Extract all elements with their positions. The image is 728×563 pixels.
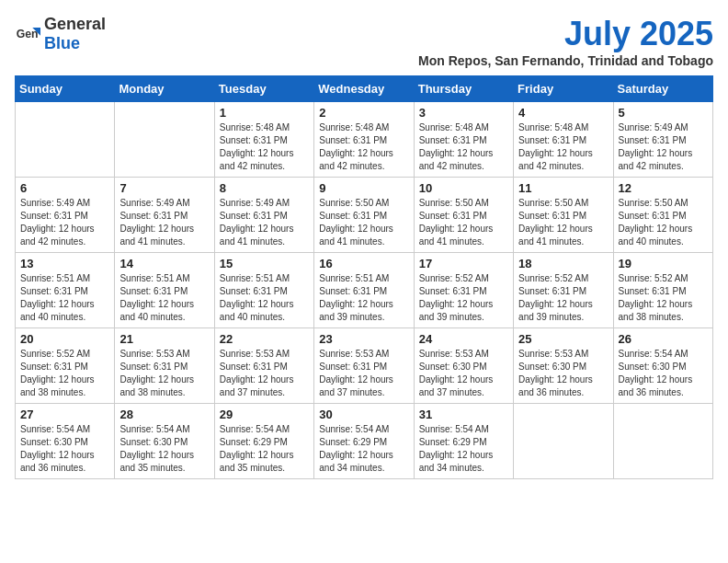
day-info: Sunrise: 5:53 AM Sunset: 6:30 PM Dayligh…	[419, 348, 508, 399]
day-number: 3	[419, 106, 508, 120]
calendar-cell: 5Sunrise: 5:49 AM Sunset: 6:31 PM Daylig…	[613, 102, 712, 178]
day-info: Sunrise: 5:49 AM Sunset: 6:31 PM Dayligh…	[619, 121, 708, 173]
calendar-cell: 19Sunrise: 5:52 AM Sunset: 6:31 PM Dayli…	[613, 253, 712, 328]
weekday-header-wednesday: Wednesday	[314, 76, 414, 102]
calendar-cell: 9Sunrise: 5:50 AM Sunset: 6:31 PM Daylig…	[314, 178, 414, 253]
day-number: 20	[20, 332, 109, 346]
calendar-table: SundayMondayTuesdayWednesdayThursdayFrid…	[15, 75, 713, 479]
calendar-cell: 29Sunrise: 5:54 AM Sunset: 6:29 PM Dayli…	[214, 404, 313, 479]
calendar-cell	[115, 102, 214, 178]
calendar-week-row: 13Sunrise: 5:51 AM Sunset: 6:31 PM Dayli…	[16, 253, 713, 328]
day-number: 9	[319, 181, 408, 195]
day-number: 11	[518, 181, 608, 195]
day-number: 4	[518, 106, 608, 120]
calendar-cell: 7Sunrise: 5:49 AM Sunset: 6:31 PM Daylig…	[115, 178, 214, 253]
day-info: Sunrise: 5:54 AM Sunset: 6:29 PM Dayligh…	[220, 423, 309, 475]
day-number: 24	[419, 332, 508, 346]
day-info: Sunrise: 5:51 AM Sunset: 6:31 PM Dayligh…	[319, 272, 408, 324]
logo-icon: Gen	[15, 21, 40, 47]
day-info: Sunrise: 5:50 AM Sunset: 6:31 PM Dayligh…	[619, 197, 708, 248]
calendar-week-row: 1Sunrise: 5:48 AM Sunset: 6:31 PM Daylig…	[16, 102, 713, 178]
logo-blue-text: Blue	[44, 34, 80, 52]
day-number: 12	[619, 181, 708, 195]
day-info: Sunrise: 5:52 AM Sunset: 6:31 PM Dayligh…	[518, 272, 608, 324]
calendar-cell: 21Sunrise: 5:53 AM Sunset: 6:31 PM Dayli…	[115, 328, 214, 404]
day-number: 27	[20, 408, 109, 421]
calendar-cell: 26Sunrise: 5:54 AM Sunset: 6:30 PM Dayli…	[613, 328, 712, 404]
day-number: 31	[419, 408, 508, 421]
calendar-cell: 23Sunrise: 5:53 AM Sunset: 6:31 PM Dayli…	[314, 328, 414, 404]
calendar-cell: 27Sunrise: 5:54 AM Sunset: 6:30 PM Dayli…	[16, 404, 115, 479]
day-info: Sunrise: 5:53 AM Sunset: 6:31 PM Dayligh…	[119, 348, 209, 399]
calendar-cell: 6Sunrise: 5:49 AM Sunset: 6:31 PM Daylig…	[16, 178, 115, 253]
calendar-cell: 13Sunrise: 5:51 AM Sunset: 6:31 PM Dayli…	[16, 253, 115, 328]
day-info: Sunrise: 5:48 AM Sunset: 6:31 PM Dayligh…	[518, 121, 608, 173]
day-info: Sunrise: 5:48 AM Sunset: 6:31 PM Dayligh…	[319, 121, 408, 173]
calendar-cell: 8Sunrise: 5:49 AM Sunset: 6:31 PM Daylig…	[214, 178, 313, 253]
day-number: 21	[119, 332, 209, 346]
calendar-title: July 2025	[418, 15, 713, 53]
calendar-cell: 3Sunrise: 5:48 AM Sunset: 6:31 PM Daylig…	[414, 102, 513, 178]
calendar-cell	[16, 102, 115, 178]
day-number: 18	[518, 257, 608, 270]
day-number: 25	[518, 332, 608, 346]
calendar-subtitle: Mon Repos, San Fernando, Trinidad and To…	[418, 53, 713, 68]
calendar-cell: 14Sunrise: 5:51 AM Sunset: 6:31 PM Dayli…	[115, 253, 214, 328]
weekday-header-monday: Monday	[115, 76, 214, 102]
logo: Gen General Blue	[15, 15, 106, 53]
calendar-cell: 2Sunrise: 5:48 AM Sunset: 6:31 PM Daylig…	[314, 102, 414, 178]
day-info: Sunrise: 5:48 AM Sunset: 6:31 PM Dayligh…	[419, 121, 508, 173]
weekday-header-saturday: Saturday	[613, 76, 712, 102]
day-number: 29	[220, 408, 309, 421]
weekday-header-sunday: Sunday	[16, 76, 115, 102]
day-info: Sunrise: 5:53 AM Sunset: 6:31 PM Dayligh…	[319, 348, 408, 399]
calendar-week-row: 6Sunrise: 5:49 AM Sunset: 6:31 PM Daylig…	[16, 178, 713, 253]
weekday-header-friday: Friday	[514, 76, 613, 102]
calendar-cell: 20Sunrise: 5:52 AM Sunset: 6:31 PM Dayli…	[16, 328, 115, 404]
day-info: Sunrise: 5:49 AM Sunset: 6:31 PM Dayligh…	[220, 197, 309, 248]
day-number: 13	[20, 257, 109, 270]
day-number: 30	[319, 408, 408, 421]
day-number: 1	[220, 106, 309, 120]
calendar-cell: 31Sunrise: 5:54 AM Sunset: 6:29 PM Dayli…	[414, 404, 513, 479]
day-info: Sunrise: 5:48 AM Sunset: 6:31 PM Dayligh…	[220, 121, 309, 173]
calendar-cell: 24Sunrise: 5:53 AM Sunset: 6:30 PM Dayli…	[414, 328, 513, 404]
day-info: Sunrise: 5:49 AM Sunset: 6:31 PM Dayligh…	[119, 197, 209, 248]
calendar-cell: 10Sunrise: 5:50 AM Sunset: 6:31 PM Dayli…	[414, 178, 513, 253]
calendar-cell: 16Sunrise: 5:51 AM Sunset: 6:31 PM Dayli…	[314, 253, 414, 328]
calendar-cell	[613, 404, 712, 479]
day-number: 2	[319, 106, 408, 120]
header: Gen General Blue July 2025 Mon Repos, Sa…	[15, 15, 713, 68]
day-info: Sunrise: 5:49 AM Sunset: 6:31 PM Dayligh…	[20, 197, 109, 248]
day-number: 15	[220, 257, 309, 270]
day-info: Sunrise: 5:54 AM Sunset: 6:29 PM Dayligh…	[419, 423, 508, 475]
day-info: Sunrise: 5:50 AM Sunset: 6:31 PM Dayligh…	[419, 197, 508, 248]
calendar-week-row: 20Sunrise: 5:52 AM Sunset: 6:31 PM Dayli…	[16, 328, 713, 404]
day-number: 28	[119, 408, 209, 421]
calendar-cell: 12Sunrise: 5:50 AM Sunset: 6:31 PM Dayli…	[613, 178, 712, 253]
day-number: 10	[419, 181, 508, 195]
day-number: 8	[220, 181, 309, 195]
day-number: 5	[619, 106, 708, 120]
weekday-header-thursday: Thursday	[414, 76, 513, 102]
calendar-cell: 4Sunrise: 5:48 AM Sunset: 6:31 PM Daylig…	[514, 102, 613, 178]
day-info: Sunrise: 5:51 AM Sunset: 6:31 PM Dayligh…	[20, 272, 109, 324]
day-info: Sunrise: 5:51 AM Sunset: 6:31 PM Dayligh…	[119, 272, 209, 324]
day-info: Sunrise: 5:51 AM Sunset: 6:31 PM Dayligh…	[220, 272, 309, 324]
title-block: July 2025 Mon Repos, San Fernando, Trini…	[418, 15, 713, 68]
day-number: 7	[119, 181, 209, 195]
day-number: 23	[319, 332, 408, 346]
day-info: Sunrise: 5:54 AM Sunset: 6:30 PM Dayligh…	[20, 423, 109, 475]
logo-general-text: General	[44, 15, 106, 33]
day-number: 14	[119, 257, 209, 270]
calendar-cell: 1Sunrise: 5:48 AM Sunset: 6:31 PM Daylig…	[214, 102, 313, 178]
day-info: Sunrise: 5:50 AM Sunset: 6:31 PM Dayligh…	[319, 197, 408, 248]
weekday-header-tuesday: Tuesday	[214, 76, 313, 102]
calendar-cell: 28Sunrise: 5:54 AM Sunset: 6:30 PM Dayli…	[115, 404, 214, 479]
day-number: 26	[619, 332, 708, 346]
calendar-cell: 17Sunrise: 5:52 AM Sunset: 6:31 PM Dayli…	[414, 253, 513, 328]
day-number: 6	[20, 181, 109, 195]
calendar-cell: 30Sunrise: 5:54 AM Sunset: 6:29 PM Dayli…	[314, 404, 414, 479]
calendar-cell: 25Sunrise: 5:53 AM Sunset: 6:30 PM Dayli…	[514, 328, 613, 404]
calendar-cell: 15Sunrise: 5:51 AM Sunset: 6:31 PM Dayli…	[214, 253, 313, 328]
